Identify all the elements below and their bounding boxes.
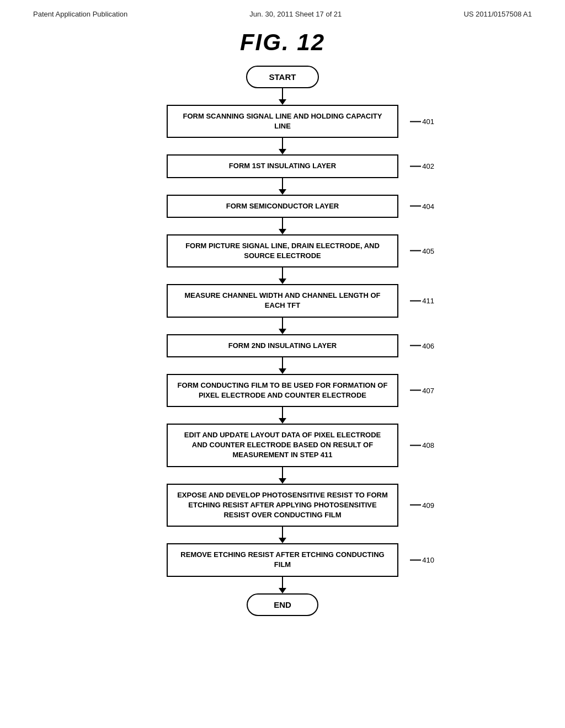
main-content: FIG. 12 START FORM SCANNING SIGNAL LINE …	[0, 24, 565, 616]
step-409-wrapper: EXPOSE AND DEVELOP PHOTOSENSITIVE RESIST…	[167, 484, 398, 527]
step-408-wrapper: EDIT AND UPDATE LAYOUT DATA OF PIXEL ELE…	[167, 424, 398, 467]
step-405-wrapper: FORM PICTURE SIGNAL LINE, DRAIN ELECTROD…	[167, 234, 398, 267]
step-410-wrapper: REMOVE ETCHING RESIST AFTER ETCHING COND…	[167, 543, 398, 576]
step-408-box: EDIT AND UPDATE LAYOUT DATA OF PIXEL ELE…	[167, 424, 398, 467]
step-404-wrapper: FORM SEMICONDUCTOR LAYER 404	[167, 195, 398, 218]
step-402-box: FORM 1ST INSULATING LAYER	[167, 154, 398, 178]
step-406-box: FORM 2ND INSULATING LAYER	[167, 334, 398, 357]
step-407-box: FORM CONDUCTING FILM TO BE USED FOR FORM…	[167, 374, 398, 407]
arrow-1	[279, 138, 286, 154]
flowchart: START FORM SCANNING SIGNAL LINE AND HOLD…	[117, 66, 448, 616]
header-left: Patent Application Publication	[33, 10, 127, 18]
page: Patent Application Publication Jun. 30, …	[0, 0, 565, 728]
step-405-box: FORM PICTURE SIGNAL LINE, DRAIN ELECTROD…	[167, 234, 398, 267]
step-401-box: FORM SCANNING SIGNAL LINE AND HOLDING CA…	[167, 105, 398, 138]
step-407-wrapper: FORM CONDUCTING FILM TO BE USED FOR FORM…	[167, 374, 398, 407]
step-411-label: 411	[410, 297, 434, 305]
step-411-wrapper: MEASURE CHANNEL WIDTH AND CHANNEL LENGTH…	[167, 284, 398, 317]
figure-title: FIG. 12	[240, 29, 325, 56]
step-411-box: MEASURE CHANNEL WIDTH AND CHANNEL LENGTH…	[167, 284, 398, 317]
step-402-label: 402	[410, 162, 434, 170]
step-405-label: 405	[410, 247, 434, 255]
page-header: Patent Application Publication Jun. 30, …	[0, 0, 565, 24]
arrow-0	[279, 88, 286, 105]
step-404-box: FORM SEMICONDUCTOR LAYER	[167, 195, 398, 218]
step-401-wrapper: FORM SCANNING SIGNAL LINE AND HOLDING CA…	[167, 105, 398, 138]
step-409-box: EXPOSE AND DEVELOP PHOTOSENSITIVE RESIST…	[167, 484, 398, 527]
arrow-10	[279, 577, 286, 593]
step-410-box: REMOVE ETCHING RESIST AFTER ETCHING COND…	[167, 543, 398, 576]
header-center: Jun. 30, 2011 Sheet 17 of 21	[249, 10, 342, 18]
step-404-label: 404	[410, 202, 434, 210]
arrow-5	[279, 318, 286, 334]
arrow-3	[279, 218, 286, 234]
step-406-label: 406	[410, 341, 434, 350]
step-401-label: 401	[410, 117, 434, 126]
arrow-6	[279, 357, 286, 374]
arrow-2	[279, 178, 286, 195]
arrow-8	[279, 467, 286, 484]
arrow-7	[279, 407, 286, 424]
step-407-label: 407	[410, 386, 434, 394]
arrow-4	[279, 267, 286, 284]
arrow-9	[279, 527, 286, 543]
step-410-label: 410	[410, 556, 434, 564]
step-402-wrapper: FORM 1ST INSULATING LAYER 402	[167, 154, 398, 178]
start-node: START	[246, 66, 319, 88]
header-right: US 2011/0157508 A1	[463, 10, 532, 18]
step-409-label: 409	[410, 501, 434, 509]
end-node: END	[247, 593, 318, 616]
step-406-wrapper: FORM 2ND INSULATING LAYER 406	[167, 334, 398, 357]
step-408-label: 408	[410, 441, 434, 449]
